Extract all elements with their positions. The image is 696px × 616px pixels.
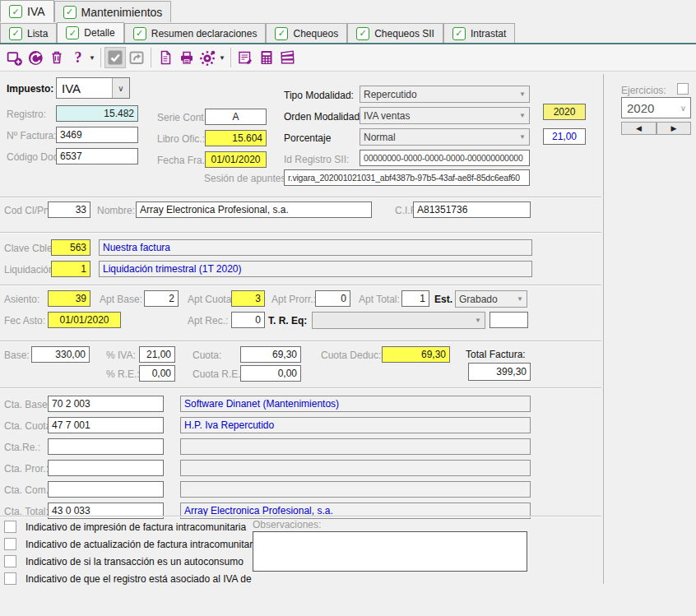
ctapror-account[interactable] <box>48 460 164 476</box>
print-button[interactable] <box>176 47 197 68</box>
notes-button[interactable] <box>234 47 256 68</box>
prev-record-button[interactable]: ◀ <box>621 122 657 135</box>
books-button[interactable] <box>277 47 299 68</box>
porcentaje-combo[interactable]: Normal▼ <box>360 128 530 146</box>
tipomodalidad-combo[interactable]: Repercutido▼ <box>360 86 530 103</box>
ctabase-desc: Software Dinanet (Mantenimientos) <box>180 396 531 412</box>
idsii-field[interactable]: 00000000-0000-0000-0000-000000000000 <box>360 150 530 166</box>
ctapror-desc <box>180 460 531 476</box>
tab-chequeos[interactable]: ✓ Chequeos <box>266 23 347 43</box>
tab-lista[interactable]: ✓ Lista <box>0 23 57 43</box>
pctiva-field[interactable]: 21,00 <box>139 346 175 363</box>
undo-button[interactable] <box>25 47 46 68</box>
check-icon: ✓ <box>66 26 79 39</box>
ctacom-account[interactable] <box>48 481 164 498</box>
help-button[interactable]: ? <box>67 47 89 68</box>
aptbase-label: Apt Base: <box>100 294 142 305</box>
treq-combo[interactable]: ▼ <box>312 312 485 329</box>
ctare-label: Cta.Re.: <box>4 442 40 453</box>
new-record-button[interactable] <box>3 47 25 68</box>
tab-chequeos-sii[interactable]: ✓ Chequeos SII <box>347 23 443 43</box>
observaciones-label: Observaciones: <box>253 519 321 530</box>
treq-extra-field[interactable] <box>490 312 528 328</box>
next-record-button[interactable]: ▶ <box>657 122 691 135</box>
pctre-field[interactable]: 0,00 <box>139 365 175 382</box>
books-icon <box>279 49 296 67</box>
totalfactura-label: Total Factura: <box>466 349 526 360</box>
serie-field[interactable]: A <box>205 109 267 125</box>
jump-window-icon <box>128 49 145 66</box>
tab-intrastat[interactable]: ✓ Intrastat <box>443 23 515 43</box>
toolbar-separator <box>230 48 231 67</box>
tab-detalle[interactable]: ✓ Detalle <box>57 22 123 43</box>
tab-resumen-declaraciones[interactable]: ✓ Resumen declaraciones <box>124 23 267 43</box>
ordenmodalidad-combo[interactable]: IVA ventas▼ <box>360 107 530 124</box>
indicator-label-1: Indicativo de impresión de factura intra… <box>26 521 246 533</box>
observaciones-textarea[interactable] <box>253 531 527 572</box>
aptbase-field[interactable]: 2 <box>144 290 179 307</box>
settings-button[interactable] <box>197 47 219 68</box>
main-tab-strip: ✓ IVA ✓ Mantenimientos <box>0 0 171 22</box>
tab-mantenimientos[interactable]: ✓ Mantenimientos <box>54 1 172 22</box>
check-icon: ✓ <box>9 27 22 40</box>
ctacom-label: Cta. Com.: <box>4 484 51 496</box>
est-combo[interactable]: Grabado▼ <box>455 290 527 308</box>
check-icon: ✓ <box>356 27 369 40</box>
aptrec-field[interactable]: 0 <box>231 312 265 328</box>
cuota-label: Cuota: <box>193 350 221 361</box>
codigodoc-field[interactable]: 6537 <box>56 148 138 164</box>
porcentaje-label: Porcentaje <box>284 132 331 144</box>
impuesto-value: IVA <box>57 78 112 98</box>
base-label: Base: <box>4 350 30 361</box>
fechafra-field[interactable]: 01/01/2020 <box>205 151 267 168</box>
nfactura-field[interactable]: 3469 <box>56 127 138 143</box>
serie-label: Serie Cont.: <box>157 112 209 123</box>
document-button[interactable] <box>155 47 176 68</box>
indicator-checkbox-1[interactable] <box>4 521 16 533</box>
ejercicios-checkbox[interactable] <box>677 83 689 95</box>
clavecble-field[interactable]: 563 <box>51 239 90 256</box>
impuesto-select[interactable]: IVA ∨ <box>56 77 130 99</box>
libro-field[interactable]: 15.604 <box>205 130 267 146</box>
est-label: Est. <box>434 294 452 305</box>
indicator-checkbox-4[interactable] <box>4 572 16 585</box>
check-icon: ✓ <box>452 27 466 40</box>
sesion-field[interactable]: r.vigara_202001021031_abf4387b-97b5-43af… <box>284 169 530 186</box>
asiento-label: Asiento: <box>4 294 39 305</box>
cuota-field[interactable]: 69,30 <box>240 346 301 363</box>
section-divider <box>0 232 601 234</box>
arrow-left-icon: ◀ <box>636 124 642 132</box>
aptprorr-field[interactable]: 0 <box>315 290 350 307</box>
fecasto-label: Fec Asto: <box>4 315 45 327</box>
liquidacion-field[interactable]: 1 <box>51 261 90 277</box>
indicator-checkbox-2[interactable] <box>4 538 16 550</box>
ctacuota-account[interactable]: 47 7 001 <box>48 417 164 433</box>
cuotadeduc-field[interactable]: 69,30 <box>382 346 450 363</box>
porcentaje-valor-field[interactable]: 21,00 <box>543 128 586 145</box>
ejercicios-select[interactable]: 2020 ∨ <box>621 97 691 118</box>
cuotare-field[interactable]: 0,00 <box>240 365 301 382</box>
calculator-icon <box>258 49 275 66</box>
apttotal-field[interactable]: 1 <box>401 290 429 307</box>
delete-button[interactable] <box>46 47 67 68</box>
anio-field[interactable]: 2020 <box>543 104 586 120</box>
codclprv-field[interactable]: 33 <box>48 201 90 218</box>
tab-iva[interactable]: ✓ IVA <box>0 0 54 22</box>
totalfactura-field[interactable]: 399,30 <box>468 363 531 381</box>
base-field[interactable]: 330,00 <box>31 346 90 363</box>
section-divider <box>0 285 601 286</box>
fecasto-field[interactable]: 01/01/2020 <box>48 312 121 328</box>
chevron-down-icon[interactable]: ▼ <box>219 54 225 62</box>
calculator-button[interactable] <box>256 47 277 68</box>
indicator-checkbox-3[interactable] <box>4 555 16 567</box>
chevron-down-icon[interactable]: ▼ <box>89 54 95 62</box>
cif-field[interactable]: A81351736 <box>413 201 531 218</box>
goto-button[interactable] <box>126 47 147 68</box>
ctabase-account[interactable]: 70 2 003 <box>48 396 164 412</box>
registro-field[interactable]: 15.482 <box>56 105 138 122</box>
asiento-field[interactable]: 39 <box>48 290 90 307</box>
confirm-button[interactable] <box>104 47 126 68</box>
nombre-field[interactable]: Array Electronica Profesional, s.a. <box>136 201 372 218</box>
ctare-account[interactable] <box>48 438 164 455</box>
aptcuota-field[interactable]: 3 <box>231 290 265 307</box>
